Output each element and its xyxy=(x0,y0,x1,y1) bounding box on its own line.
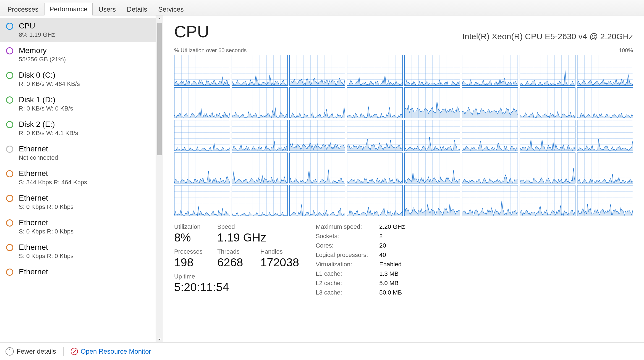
status-ring-icon xyxy=(6,146,13,153)
cpu-core-chart-24 xyxy=(174,153,230,183)
sidebar-item-6[interactable]: EthernetS: 344 Kbps R: 464 Kbps xyxy=(0,165,156,190)
spec-value: 2 xyxy=(379,233,434,240)
sidebar-item-3[interactable]: Disk 1 (D:)R: 0 KB/s W: 0 KB/s xyxy=(0,91,156,116)
cpu-core-chart-34 xyxy=(289,185,345,216)
spec-key: L2 cache: xyxy=(316,280,379,287)
cpu-core-chart-20 xyxy=(404,120,460,151)
cpu-core-chart-25 xyxy=(232,153,287,183)
sidebar-item-sub: R: 0 KB/s W: 464 KB/s xyxy=(19,80,80,88)
spec-key: L1 cache: xyxy=(316,270,379,277)
cpu-core-chart-28 xyxy=(404,153,460,183)
sidebar-item-4[interactable]: Disk 2 (E:)R: 0 KB/s W: 4.1 KB/s xyxy=(0,116,156,141)
cpu-core-chart-26 xyxy=(289,153,345,183)
status-ring-icon xyxy=(6,219,13,227)
sidebar-item-title: Ethernet xyxy=(19,193,74,203)
status-ring-icon xyxy=(6,195,13,202)
sidebar-list: CPU8% 1.19 GHzMemory55/256 GB (21%)Disk … xyxy=(0,15,156,342)
spec-value: 50.0 MB xyxy=(379,289,434,296)
stat-label: Speed xyxy=(217,223,266,230)
cpu-core-chart-1 xyxy=(232,55,287,86)
footer-separator xyxy=(63,347,64,356)
tab-details[interactable]: Details xyxy=(122,3,152,15)
sidebar-item-8[interactable]: EthernetS: 0 Kbps R: 0 Kbps xyxy=(0,214,156,239)
sidebar-item-title: Ethernet xyxy=(19,144,58,154)
cpu-core-chart-33 xyxy=(232,185,287,216)
sidebar-item-9[interactable]: EthernetS: 0 Kbps R: 0 Kbps xyxy=(0,239,156,264)
cpu-core-chart-29 xyxy=(462,153,518,183)
open-resource-monitor-link[interactable]: Open Resource Monitor xyxy=(71,348,151,355)
sidebar-item-title: Ethernet xyxy=(19,242,74,252)
chart-right-label: 100% xyxy=(619,47,633,54)
cpu-core-chart-11 xyxy=(347,87,403,118)
sidebar-item-5[interactable]: EthernetNot connected xyxy=(0,141,156,165)
tab-users[interactable]: Users xyxy=(93,3,121,15)
cpu-core-chart-3 xyxy=(347,55,403,86)
stat-value: 8% xyxy=(174,231,207,244)
spec-key: Virtualization: xyxy=(316,261,379,268)
sidebar-item-sub: S: 344 Kbps R: 464 Kbps xyxy=(19,179,87,186)
cpu-core-chart-4 xyxy=(404,55,460,86)
main-area: CPU8% 1.19 GHzMemory55/256 GB (21%)Disk … xyxy=(0,15,644,342)
sidebar-item-title: Memory xyxy=(19,46,66,55)
sidebar-item-2[interactable]: Disk 0 (C:)R: 0 KB/s W: 464 KB/s xyxy=(0,67,156,91)
cpu-core-chart-13 xyxy=(462,87,518,118)
spec-value: 1.3 MB xyxy=(379,270,434,277)
scroll-thumb[interactable] xyxy=(157,23,162,155)
stat-threads: Threads6268 xyxy=(217,248,250,269)
stat-label: Processes xyxy=(174,248,207,255)
status-ring-icon xyxy=(6,121,13,128)
resource-monitor-icon xyxy=(71,348,78,355)
sidebar-item-title: CPU xyxy=(19,21,55,31)
cpu-core-chart-35 xyxy=(347,185,403,216)
cpu-stats: Utilization8%Speed1.19 GHzProcesses198Th… xyxy=(174,223,633,296)
cpu-core-chart-27 xyxy=(347,153,403,183)
sidebar: CPU8% 1.19 GHzMemory55/256 GB (21%)Disk … xyxy=(0,15,163,342)
stat-label: Handles xyxy=(260,248,299,255)
cpu-core-chart-5 xyxy=(462,55,518,86)
scroll-up-arrow[interactable]: 🞁 xyxy=(156,15,163,23)
sidebar-item-sub: 8% 1.19 GHz xyxy=(19,31,55,38)
stat-speed: Speed1.19 GHz xyxy=(217,223,266,244)
spec-key: L3 cache: xyxy=(316,289,379,296)
cpu-core-chart-39 xyxy=(577,185,633,216)
status-ring-icon xyxy=(6,96,13,104)
status-ring-icon xyxy=(6,72,13,79)
stat-label: Up time xyxy=(174,273,229,280)
tab-services[interactable]: Services xyxy=(153,3,189,15)
spec-key: Logical processors: xyxy=(316,251,379,259)
stat-utilization: Utilization8% xyxy=(174,223,207,244)
sidebar-item-title: Disk 1 (D:) xyxy=(19,95,73,104)
sidebar-item-1[interactable]: Memory55/256 GB (21%) xyxy=(0,42,156,67)
scroll-down-arrow[interactable]: 🞃 xyxy=(156,335,163,342)
spec-value: 2.20 GHz xyxy=(379,223,434,230)
cpu-core-chart-31 xyxy=(577,153,633,183)
tab-bar: ProcessesPerformanceUsersDetailsServices xyxy=(0,0,644,15)
sidebar-scrollbar[interactable]: 🞁 🞃 xyxy=(156,15,163,342)
tab-processes[interactable]: Processes xyxy=(2,3,44,15)
spec-key: Maximum speed: xyxy=(316,223,379,230)
sidebar-item-title: Ethernet xyxy=(19,218,74,227)
cpu-core-chart-21 xyxy=(462,120,518,151)
spec-value: 5.0 MB xyxy=(379,280,434,287)
stat-value: 6268 xyxy=(217,256,250,269)
status-ring-icon xyxy=(6,47,13,54)
sidebar-item-7[interactable]: EthernetS: 0 Kbps R: 0 Kbps xyxy=(0,190,156,214)
status-ring-icon xyxy=(6,23,13,30)
sidebar-item-10[interactable]: Ethernet xyxy=(0,264,156,280)
cpu-core-chart-22 xyxy=(520,120,575,151)
sidebar-item-0[interactable]: CPU8% 1.19 GHz xyxy=(0,18,156,42)
cpu-core-chart-7 xyxy=(577,55,633,86)
sidebar-item-sub: S: 0 Kbps R: 0 Kbps xyxy=(19,203,74,211)
stat-handles: Handles172038 xyxy=(260,248,299,269)
sidebar-item-sub: R: 0 KB/s W: 4.1 KB/s xyxy=(19,130,78,137)
cpu-core-chart-38 xyxy=(520,185,575,216)
sidebar-item-sub: R: 0 KB/s W: 0 KB/s xyxy=(19,105,73,112)
cpu-stats-right: Maximum speed:2.20 GHzSockets:2Cores:20L… xyxy=(316,223,434,296)
fewer-details-button[interactable]: ˄ Fewer details xyxy=(6,347,56,356)
cpu-core-chart-30 xyxy=(520,153,575,183)
fewer-details-label: Fewer details xyxy=(17,348,56,355)
footer-bar: ˄ Fewer details Open Resource Monitor xyxy=(0,342,644,360)
cpu-core-chart-10 xyxy=(289,87,345,118)
cpu-core-chart-12 xyxy=(404,87,460,118)
tab-performance[interactable]: Performance xyxy=(44,3,93,15)
